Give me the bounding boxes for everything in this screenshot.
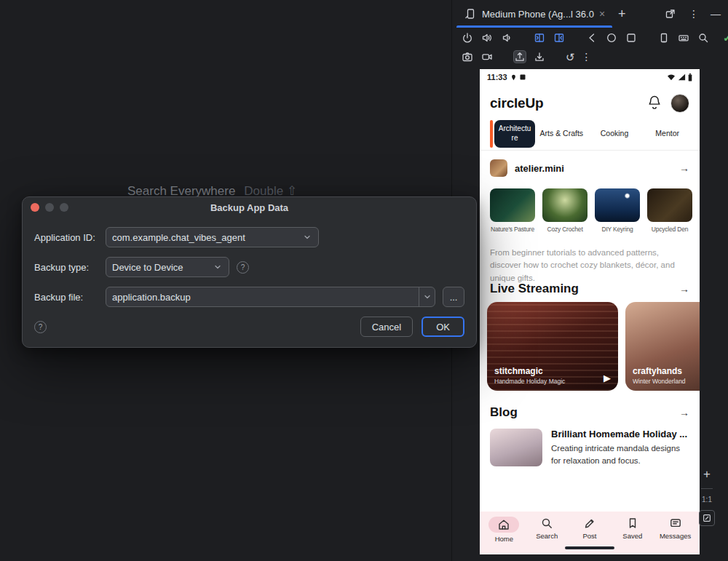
saved-nav-icon: [626, 517, 639, 530]
blog-arrow-icon[interactable]: →: [679, 407, 689, 418]
minimize-window-button[interactable]: [45, 203, 54, 212]
ok-button[interactable]: OK: [422, 317, 464, 337]
nav-post[interactable]: Post: [569, 517, 612, 543]
application-id-dropdown[interactable]: com.example.chat_vibes_agent: [106, 227, 319, 247]
tab-close-icon[interactable]: ×: [599, 8, 605, 20]
backup-type-dropdown[interactable]: Device to Device: [106, 257, 229, 277]
back-icon[interactable]: [585, 31, 598, 44]
tab-arts-crafts[interactable]: Arts & Crafts: [535, 129, 588, 138]
gallery-item[interactable]: Nature's Pasture: [490, 188, 535, 242]
upload-backup-icon[interactable]: [513, 50, 526, 63]
emulator-toolbar-row2: ↺ ⋮: [452, 48, 728, 65]
search-nav-icon: [540, 517, 553, 530]
fit-screen-button[interactable]: [699, 510, 715, 526]
gallery-label: Nature's Pasture: [490, 226, 535, 233]
tab-architecture[interactable]: Architecture: [494, 120, 535, 148]
cancel-button[interactable]: Cancel: [360, 317, 413, 337]
open-in-window-icon[interactable]: [664, 7, 677, 20]
tab-scroll-accent: [490, 120, 493, 148]
blog-header: Blog →: [480, 398, 700, 426]
home-icon[interactable]: [605, 31, 618, 44]
chevron-down-icon: [422, 292, 432, 302]
gesture-handle[interactable]: [565, 546, 614, 549]
nav-home-label: Home: [495, 535, 513, 543]
backup-type-row: Backup type: Device to Device ?: [34, 257, 464, 277]
creator-row[interactable]: atelier.mini →: [480, 151, 700, 186]
power-icon[interactable]: [461, 31, 474, 44]
download-restore-icon[interactable]: [533, 50, 546, 63]
panel-more-icon[interactable]: ⋮: [689, 9, 699, 19]
overview-icon[interactable]: [625, 31, 638, 44]
gallery-item[interactable]: Cozy Crochet: [542, 188, 587, 242]
notifications-bell-icon[interactable]: [647, 95, 662, 112]
bottom-navigation: Home Search Post: [480, 512, 700, 554]
fold-close-icon[interactable]: [553, 31, 566, 44]
chevron-down-icon: [213, 262, 223, 272]
app-header: circleUp: [480, 85, 700, 117]
project-gallery: Nature's Pasture Cozy Crochet DIY Keyrin…: [480, 186, 700, 242]
nav-messages[interactable]: Messages: [654, 517, 697, 543]
stream-subtitle: Winter Wonderland: [633, 378, 686, 385]
toolbar-more-icon[interactable]: ⋮: [582, 52, 592, 62]
zoom-divider: [701, 488, 713, 489]
blog-post[interactable]: Brilliant Homemade Holiday ... Creating …: [480, 426, 700, 477]
wifi-icon: [667, 73, 676, 81]
nav-home-pill: [488, 517, 519, 533]
dialog-title: Backup App Data: [210, 202, 288, 213]
stream-card[interactable]: craftyhands Winter Wonderland: [625, 302, 700, 391]
tab-active-underline: [456, 25, 612, 28]
done-check-icon[interactable]: ✓: [723, 31, 728, 44]
status-bar: 11:33: [480, 69, 700, 85]
panel-window-controls: ⋮ —: [664, 7, 721, 20]
device-tab[interactable]: Medium Phone (Ag...l 36.0 ×: [456, 0, 612, 28]
nav-saved[interactable]: Saved: [611, 517, 654, 543]
live-streaming-arrow-icon[interactable]: →: [679, 283, 689, 295]
stream-card[interactable]: stitchmagic Handmade Holiday Magic ▶: [487, 302, 618, 391]
close-window-button[interactable]: [31, 203, 39, 212]
zoom-window-button[interactable]: [60, 203, 68, 212]
messages-nav-icon: [669, 517, 682, 530]
keyboard-input-icon[interactable]: [677, 31, 690, 44]
dialog-titlebar[interactable]: Backup App Data: [23, 197, 476, 218]
gallery-item[interactable]: DIY Keyring: [595, 188, 640, 242]
play-icon[interactable]: ▶: [604, 373, 611, 383]
screenshot-phone-icon[interactable]: [657, 31, 670, 44]
backup-app-data-dialog: Backup App Data Application ID: com.exam…: [22, 196, 477, 348]
gallery-item[interactable]: Upcycled Den: [647, 188, 692, 242]
snapshots-icon[interactable]: ↺: [566, 52, 575, 63]
zoom-in-button[interactable]: +: [703, 467, 711, 482]
app-title: circleUp: [490, 95, 543, 111]
blog-post-description: Creating intricate mandala designs for r…: [551, 442, 689, 466]
volume-down-icon[interactable]: [500, 31, 513, 44]
new-tab-button[interactable]: +: [618, 7, 626, 20]
volume-up-icon[interactable]: [480, 31, 494, 44]
gallery-label: DIY Keyring: [595, 226, 640, 233]
nav-messages-label: Messages: [660, 532, 691, 540]
backup-file-dropdown-button[interactable]: [419, 287, 435, 306]
creator-arrow-icon[interactable]: →: [679, 162, 689, 174]
dialog-help-icon[interactable]: ?: [34, 321, 47, 333]
modem-icon: [520, 74, 526, 80]
creator-name: atelier.mini: [515, 163, 564, 174]
camera-icon[interactable]: [461, 50, 474, 63]
nav-home[interactable]: Home: [483, 517, 526, 543]
nav-search[interactable]: Search: [526, 517, 569, 543]
application-id-label: Application ID:: [34, 232, 106, 243]
gesture-area: [483, 543, 697, 554]
screen-record-icon[interactable]: [480, 50, 494, 63]
zoom-ratio-label: 1:1: [702, 496, 712, 504]
stream-name: craftyhands: [633, 366, 686, 376]
status-time: 11:33: [487, 73, 507, 81]
search-icon[interactable]: [697, 31, 710, 44]
emulator-screen[interactable]: 11:33 circleUp: [480, 69, 700, 554]
application-id-row: Application ID: com.example.chat_vibes_a…: [34, 227, 464, 247]
fold-open-icon[interactable]: [533, 31, 546, 44]
backup-type-help-icon[interactable]: ?: [237, 261, 249, 274]
tab-cooking[interactable]: Cooking: [588, 129, 641, 138]
backup-file-input[interactable]: application.backup: [106, 287, 435, 307]
tab-mentor[interactable]: Mentor: [641, 129, 694, 138]
nav-saved-label: Saved: [622, 532, 642, 540]
profile-avatar[interactable]: [670, 94, 689, 113]
browse-file-button[interactable]: ...: [443, 287, 464, 307]
panel-minimize-icon[interactable]: —: [711, 9, 721, 19]
